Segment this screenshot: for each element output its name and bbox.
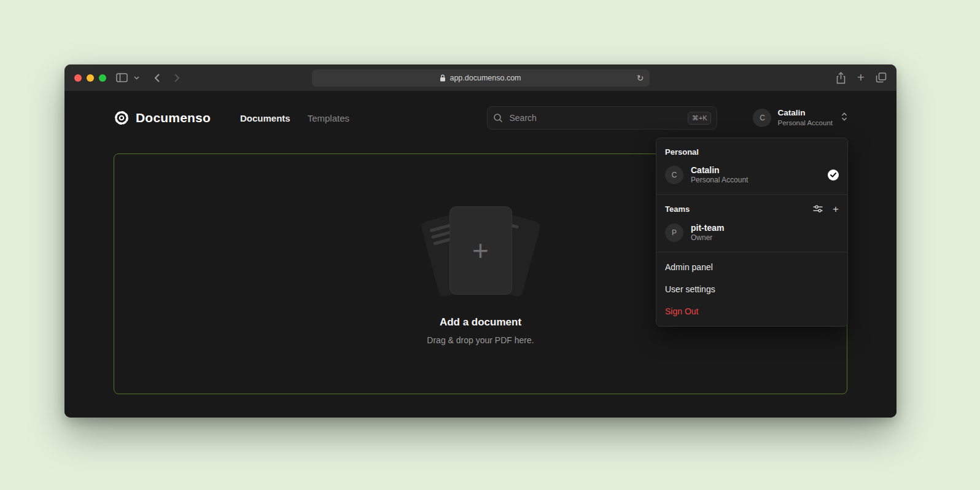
personal-account-subtitle: Personal Account <box>691 176 748 185</box>
menu-section-teams: Teams + <box>656 198 847 217</box>
app-header: Documenso Documents Templates ⌘+K C <box>114 91 847 131</box>
menu-item-team[interactable]: P pit-team Owner <box>656 217 847 248</box>
menu-divider <box>656 194 847 195</box>
manage-teams-icon[interactable] <box>813 204 823 213</box>
sidebar-toggle-icon[interactable] <box>116 73 128 82</box>
team-role: Owner <box>691 233 724 243</box>
account-subtitle: Personal Account <box>777 119 833 127</box>
search-input[interactable] <box>508 112 682 123</box>
new-tab-button[interactable]: + <box>857 71 865 84</box>
search-icon <box>493 113 503 123</box>
lock-icon <box>440 74 446 82</box>
sidebar-chevron-down-icon[interactable] <box>134 76 139 80</box>
brand-name: Documenso <box>136 111 211 125</box>
create-team-icon[interactable]: + <box>833 204 839 214</box>
share-icon[interactable] <box>836 72 846 84</box>
personal-account-avatar: C <box>665 166 683 184</box>
team-avatar: P <box>665 224 683 242</box>
reload-icon[interactable]: ↻ <box>637 74 644 82</box>
add-plus-icon: + <box>472 236 489 265</box>
search-box[interactable]: ⌘+K <box>487 106 717 130</box>
menu-item-admin-panel[interactable]: Admin panel <box>656 256 847 278</box>
back-button[interactable] <box>154 73 160 83</box>
chevron-up-down-icon <box>841 112 847 124</box>
teams-label: Teams <box>665 204 690 214</box>
menu-divider <box>656 252 847 252</box>
dropzone-subtitle: Drag & drop your PDF here. <box>427 335 534 345</box>
menu-item-user-settings[interactable]: User settings <box>656 278 847 300</box>
menu-section-personal: Personal <box>656 142 847 160</box>
address-bar[interactable]: app.documenso.com ↻ <box>312 69 650 87</box>
dropzone-title: Add a document <box>440 316 521 329</box>
brand[interactable]: Documenso <box>114 110 211 126</box>
personal-account-name: Catalin <box>691 165 748 176</box>
minimize-window-button[interactable] <box>87 74 94 82</box>
forward-button[interactable] <box>174 73 180 83</box>
menu-item-sign-out[interactable]: Sign Out <box>656 300 847 322</box>
browser-titlebar: app.documenso.com ↻ + <box>64 64 896 91</box>
search-shortcut-badge: ⌘+K <box>688 112 712 125</box>
account-menu-trigger[interactable]: C Catalin Personal Account <box>753 108 847 127</box>
zoom-window-button[interactable] <box>99 74 106 82</box>
document-card-center: + <box>450 207 511 294</box>
nav-templates[interactable]: Templates <box>308 113 349 123</box>
url-text: app.documenso.com <box>449 74 521 82</box>
account-dropdown-menu: Personal C Catalin Personal Account Team… <box>656 138 848 327</box>
traffic-lights <box>74 74 106 82</box>
tab-overview-icon[interactable] <box>876 72 887 83</box>
document-stack-illustration: + <box>413 203 548 300</box>
account-name: Catalin <box>777 108 833 119</box>
selected-check-icon <box>828 169 839 181</box>
browser-window: app.documenso.com ↻ + <box>64 64 896 418</box>
main-nav: Documents Templates <box>240 113 349 123</box>
app-page: Documenso Documents Templates ⌘+K C <box>64 91 896 418</box>
close-window-button[interactable] <box>74 74 82 82</box>
nav-documents[interactable]: Documents <box>240 113 290 123</box>
menu-item-personal-account[interactable]: C Catalin Personal Account <box>656 160 847 190</box>
account-avatar: C <box>753 109 771 127</box>
team-name: pit-team <box>691 222 724 233</box>
documenso-logo-icon <box>114 110 130 126</box>
